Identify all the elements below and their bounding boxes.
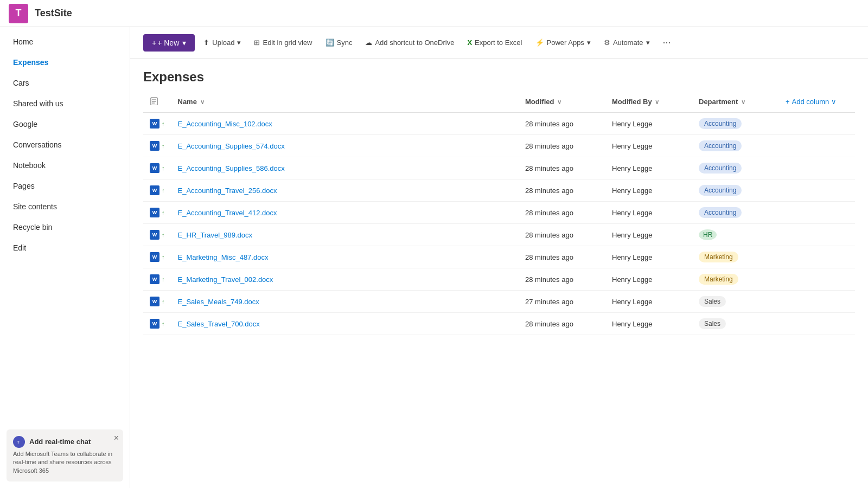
add-column-button[interactable]: + Add column ∨ — [786, 98, 837, 106]
edit-grid-button[interactable]: ⊞ Edit in grid view — [250, 35, 316, 50]
chat-promo: × T Add real-time chat Add Microsoft Tea… — [7, 429, 123, 481]
onedrive-icon: ☁ — [365, 38, 372, 47]
file-name-link[interactable]: E_Accounting_Supplies_574.docx — [178, 142, 285, 150]
file-name-link[interactable]: E_HR_Travel_989.docx — [178, 231, 253, 239]
modified-sort-icon: ∨ — [557, 99, 561, 105]
chat-promo-description: Add Microsoft Teams to collaborate in re… — [13, 450, 117, 475]
sync-status-icon: ↑ — [162, 165, 165, 171]
sidebar-item-pages[interactable]: Pages — [4, 176, 125, 196]
row-modified-by-cell: Henry Legge — [605, 179, 692, 202]
row-department-cell: Accounting — [692, 113, 779, 135]
page-title: Expenses — [143, 69, 855, 85]
sync-status-icon: ↑ — [162, 276, 165, 282]
word-file-icon: W — [150, 208, 159, 217]
file-name-link[interactable]: E_Accounting_Travel_256.docx — [178, 187, 277, 195]
word-file-icon: W — [150, 119, 159, 129]
export-excel-button[interactable]: X Export to Excel — [463, 35, 526, 50]
department-badge: Sales — [699, 318, 726, 329]
col-header-department[interactable]: Department ∨ — [692, 91, 779, 113]
col-header-name[interactable]: Name ∨ — [171, 91, 519, 113]
name-sort-icon: ∨ — [200, 99, 205, 105]
sidebar-item-recycle-bin[interactable]: Recycle bin — [4, 217, 125, 237]
row-department-cell: Marketing — [692, 246, 779, 268]
row-modified-by-cell: Henry Legge — [605, 202, 692, 224]
row-name-cell: E_Accounting_Supplies_574.docx — [171, 135, 519, 157]
row-empty-cell — [779, 224, 855, 246]
new-button[interactable]: + + New ▾ — [143, 34, 195, 52]
department-badge: Accounting — [699, 140, 742, 151]
row-modified-by-cell: Henry Legge — [605, 135, 692, 157]
new-dropdown-icon: ▾ — [182, 38, 186, 47]
col-header-modified-by[interactable]: Modified By ∨ — [605, 91, 692, 113]
sidebar-item-cars[interactable]: Cars — [4, 73, 125, 93]
sidebar-item-site-contents[interactable]: Site contents — [4, 197, 125, 216]
sidebar-item-notebook[interactable]: Notebook — [4, 156, 125, 175]
file-table: Name ∨ Modified ∨ Modified By ∨ Depart — [143, 91, 855, 335]
automate-icon: ⚙ — [604, 38, 610, 47]
row-icon-cell: W ↑ — [143, 179, 171, 202]
sync-icon: 🔄 — [326, 38, 334, 47]
row-department-cell: Marketing — [692, 268, 779, 291]
row-empty-cell — [779, 313, 855, 335]
more-options-button[interactable]: ··· — [659, 34, 675, 52]
row-empty-cell — [779, 246, 855, 268]
file-name-link[interactable]: E_Accounting_Misc_102.docx — [178, 120, 272, 128]
sidebar-item-shared-with-us[interactable]: Shared with us — [4, 94, 125, 113]
file-table-wrap: Name ∨ Modified ∨ Modified By ∨ Depart — [130, 91, 868, 335]
sidebar-bottom: × T Add real-time chat Add Microsoft Tea… — [0, 423, 130, 488]
file-name-link[interactable]: E_Marketing_Travel_002.docx — [178, 275, 273, 284]
automate-button[interactable]: ⚙ Automate ▾ — [599, 35, 654, 50]
row-modified-cell: 28 minutes ago — [519, 135, 605, 157]
svg-text:T: T — [17, 440, 20, 445]
col-name-label: Name — [178, 98, 197, 106]
page-title-area: Expenses — [130, 59, 868, 91]
file-name-link[interactable]: E_Sales_Travel_700.docx — [178, 320, 260, 328]
word-file-icon: W — [150, 274, 159, 284]
table-row: W ↑ E_Marketing_Travel_002.docx 28 minut… — [143, 268, 855, 291]
sidebar: Home Expenses Cars Shared with us Google… — [0, 27, 130, 488]
department-badge: Accounting — [699, 207, 742, 218]
row-empty-cell — [779, 268, 855, 291]
toolbar: + + New ▾ ⬆ Upload ▾ ⊞ Edit in grid view… — [130, 27, 868, 59]
col-header-add-column[interactable]: + Add column ∨ — [779, 91, 855, 113]
table-row: W ↑ E_Marketing_Misc_487.docx 28 minutes… — [143, 246, 855, 268]
department-badge: HR — [699, 229, 717, 240]
sidebar-item-edit[interactable]: Edit — [4, 238, 125, 258]
file-name-link[interactable]: E_Accounting_Supplies_586.docx — [178, 164, 285, 172]
row-modified-by-cell: Henry Legge — [605, 157, 692, 179]
word-file-icon: W — [150, 252, 159, 262]
upload-icon: ⬆ — [203, 38, 209, 47]
row-empty-cell — [779, 179, 855, 202]
row-modified-cell: 28 minutes ago — [519, 224, 605, 246]
table-row: W ↑ E_Accounting_Travel_256.docx 28 minu… — [143, 179, 855, 202]
row-modified-by-cell: Henry Legge — [605, 268, 692, 291]
row-name-cell: E_Marketing_Travel_002.docx — [171, 268, 519, 291]
sidebar-item-conversations[interactable]: Conversations — [4, 135, 125, 155]
select-all-header[interactable] — [143, 91, 171, 113]
sidebar-item-expenses[interactable]: Expenses — [4, 53, 125, 72]
row-name-cell: E_Accounting_Travel_256.docx — [171, 179, 519, 202]
teams-icon: T — [13, 436, 25, 448]
upload-button[interactable]: ⬆ Upload ▾ — [199, 35, 245, 50]
row-empty-cell — [779, 157, 855, 179]
power-apps-icon: ⚡ — [535, 38, 544, 47]
sidebar-item-google[interactable]: Google — [4, 114, 125, 134]
modified-by-sort-icon: ∨ — [655, 99, 659, 105]
power-apps-button[interactable]: ⚡ Power Apps ▾ — [531, 35, 595, 50]
row-modified-cell: 28 minutes ago — [519, 113, 605, 135]
row-modified-cell: 28 minutes ago — [519, 268, 605, 291]
file-name-link[interactable]: E_Sales_Meals_749.docx — [178, 298, 259, 306]
shortcut-button[interactable]: ☁ Add shortcut to OneDrive — [361, 35, 458, 50]
file-name-link[interactable]: E_Accounting_Travel_412.docx — [178, 209, 277, 217]
row-department-cell: Accounting — [692, 157, 779, 179]
chat-promo-close[interactable]: × — [114, 434, 119, 442]
row-name-cell: E_Accounting_Misc_102.docx — [171, 113, 519, 135]
content-area: + + New ▾ ⬆ Upload ▾ ⊞ Edit in grid view… — [130, 27, 868, 488]
table-row: W ↑ E_Accounting_Supplies_586.docx 28 mi… — [143, 157, 855, 179]
main-layout: Home Expenses Cars Shared with us Google… — [0, 27, 868, 488]
col-header-modified[interactable]: Modified ∨ — [519, 91, 605, 113]
table-row: W ↑ E_HR_Travel_989.docx 28 minutes ago … — [143, 224, 855, 246]
sidebar-item-home[interactable]: Home — [4, 32, 125, 52]
sync-button[interactable]: 🔄 Sync — [321, 35, 357, 50]
file-name-link[interactable]: E_Marketing_Misc_487.docx — [178, 253, 269, 261]
